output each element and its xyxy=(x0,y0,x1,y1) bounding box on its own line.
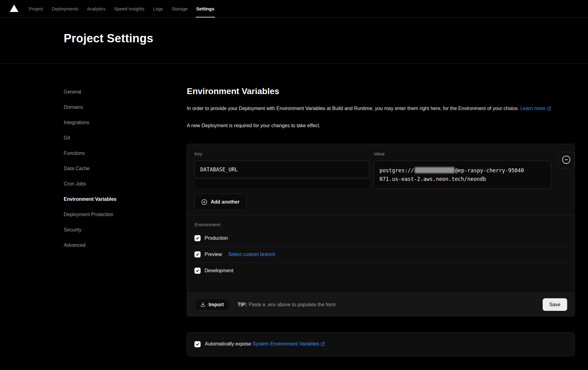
sidebar-item-cron-jobs[interactable]: Cron Jobs xyxy=(64,181,187,187)
system-env-card: Automatically expose System Environment … xyxy=(187,332,575,356)
value-label: Value xyxy=(374,151,551,156)
value-column: Value postgres://@ep-raspy-cherry-95040 … xyxy=(374,151,551,189)
tip-prefix: TIP: xyxy=(238,302,247,307)
description-text: In order to provide your Deployment with… xyxy=(187,106,519,111)
key-column: Key xyxy=(194,151,369,188)
tab-settings[interactable]: Settings xyxy=(192,0,219,17)
value-line-1: postgres://@ep-raspy-cherry-95040 xyxy=(379,166,545,175)
sidebar-item-data-cache[interactable]: Data Cache xyxy=(64,165,187,172)
sidebar-item-general[interactable]: General xyxy=(64,89,187,95)
tip-body: Paste a .env above to populate the form xyxy=(249,302,336,307)
value-suffix-line1: @ep-raspy-cherry-95040 xyxy=(455,167,524,174)
env-variables-card: Key Value postgres://@ep-raspy-cherry-95… xyxy=(187,144,575,316)
auto-expose-checkbox[interactable] xyxy=(194,341,201,347)
top-navigation: Project Deployments Analytics Speed Insi… xyxy=(0,0,588,17)
tab-logs[interactable]: Logs xyxy=(149,0,168,17)
key-value-row: Key Value postgres://@ep-raspy-cherry-95… xyxy=(194,151,567,189)
key-input-extension[interactable] xyxy=(194,179,369,188)
external-link-icon xyxy=(547,105,551,113)
development-checkbox[interactable] xyxy=(194,268,201,274)
section-description: In order to provide your Deployment with… xyxy=(187,105,575,113)
sidebar-item-integrations[interactable]: Integrations xyxy=(64,119,187,126)
remove-variable-button[interactable] xyxy=(558,152,575,168)
auto-expose-label: Automatically expose xyxy=(205,341,251,346)
sidebar-item-environment-variables[interactable]: Environment Variables xyxy=(64,196,187,203)
preview-label: Preview xyxy=(205,252,222,257)
tab-storage[interactable]: Storage xyxy=(167,0,192,17)
tab-deployments[interactable]: Deployments xyxy=(47,0,83,17)
tab-analytics[interactable]: Analytics xyxy=(83,0,110,17)
development-label: Development xyxy=(205,268,233,273)
key-input[interactable] xyxy=(194,161,369,178)
circle-plus-icon xyxy=(201,199,207,205)
import-button[interactable]: Import xyxy=(194,298,230,311)
page-title: Project Settings xyxy=(64,31,588,46)
tip-text: TIP:Paste a .env above to populate the f… xyxy=(238,302,336,307)
env-editor: Key Value postgres://@ep-raspy-cherry-95… xyxy=(187,144,575,293)
redacted-secret xyxy=(415,167,454,173)
tab-project[interactable]: Project xyxy=(24,0,47,17)
key-label: Key xyxy=(194,151,369,156)
select-custom-branch-link[interactable]: Select custom branch xyxy=(228,252,275,257)
sidebar-item-functions[interactable]: Functions xyxy=(64,150,187,157)
sidebar-item-advanced[interactable]: Advanced xyxy=(64,242,187,249)
sidebar-item-security[interactable]: Security xyxy=(64,227,187,233)
value-prefix: postgres:// xyxy=(379,167,414,174)
vercel-logo-icon[interactable] xyxy=(10,5,18,12)
main-panel: Environment Variables In order to provid… xyxy=(187,63,575,356)
deployment-note: A new Deployment is required for your ch… xyxy=(187,122,575,130)
environment-label: Environment xyxy=(194,222,567,227)
settings-sidebar: General Domains Integrations Git Functio… xyxy=(64,63,187,356)
value-input[interactable]: postgres://@ep-raspy-cherry-95040 071.us… xyxy=(374,161,551,189)
production-label: Production xyxy=(205,235,228,241)
system-env-variables-link[interactable]: System Environment Variables xyxy=(253,341,325,346)
sidebar-item-deployment-protection[interactable]: Deployment Protection xyxy=(64,211,187,218)
external-link-icon xyxy=(321,342,325,347)
tab-speed-insights[interactable]: Speed Insights xyxy=(110,0,149,17)
add-another-button[interactable]: Add another xyxy=(194,194,246,210)
environment-row-development: Development xyxy=(194,263,567,279)
save-button[interactable]: Save xyxy=(543,298,567,311)
environment-section: Environment Production Preview Select cu… xyxy=(194,215,567,285)
section-title: Environment Variables xyxy=(187,86,575,97)
production-checkbox[interactable] xyxy=(194,235,201,241)
hero-section: Project Settings xyxy=(0,17,588,63)
download-icon xyxy=(200,302,205,307)
system-env-link-label: System Environment Variables xyxy=(253,341,319,346)
learn-more-label: Learn more xyxy=(520,106,545,111)
sidebar-item-git[interactable]: Git xyxy=(64,135,187,141)
learn-more-link[interactable]: Learn more xyxy=(520,106,551,111)
value-line-2: 071.us-east-2.aws.neon.tech/neondb xyxy=(379,175,545,183)
content-area: General Domains Integrations Git Functio… xyxy=(0,63,588,356)
import-label: Import xyxy=(209,302,224,307)
card-footer: Import TIP:Paste a .env above to populat… xyxy=(187,293,575,316)
environment-row-production: Production xyxy=(194,230,567,246)
preview-checkbox[interactable] xyxy=(194,251,201,257)
environment-row-preview: Preview Select custom branch xyxy=(194,246,567,262)
auto-expose-text: Automatically expose System Environment … xyxy=(205,341,325,347)
sidebar-item-domains[interactable]: Domains xyxy=(64,104,187,111)
add-another-label: Add another xyxy=(211,199,239,205)
circle-minus-icon xyxy=(562,155,571,165)
